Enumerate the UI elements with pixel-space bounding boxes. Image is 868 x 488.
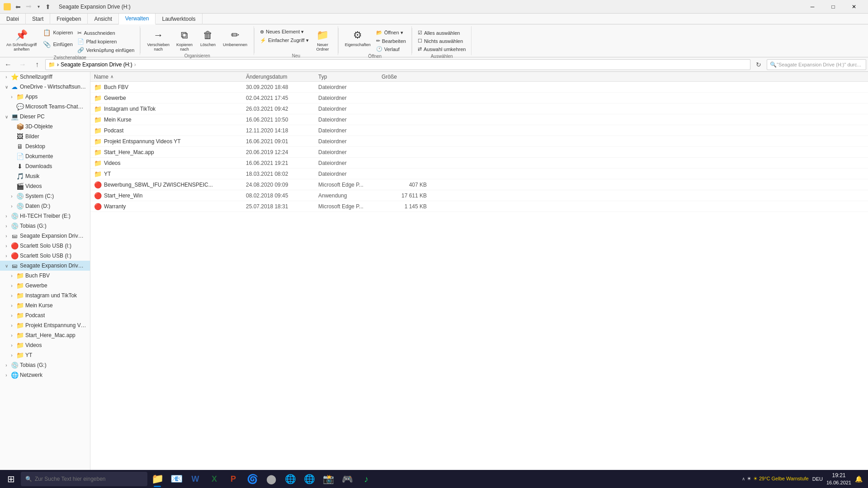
copy-to-btn[interactable]: ⧉ Kopierennach (173, 27, 196, 52)
table-row[interactable]: 📁 Videos 16.06.2021 19:21 Dateiordner (90, 158, 868, 169)
sidebar-item-instagram[interactable]: › 📁 Instagram und TikTok (0, 291, 90, 300)
sidebar-item-desktop[interactable]: › 🖥 Desktop (0, 141, 90, 151)
table-row[interactable]: 📁 Buch FBV 30.09.2020 18:48 Dateiordner (90, 82, 868, 93)
sidebar-item-hitec[interactable]: › 💿 HI-TECH Treiber (E:) (0, 211, 90, 221)
sidebar-item-buchfbv[interactable]: › 📁 Buch FBV (0, 271, 90, 281)
table-row[interactable]: 📁 YT 18.03.2021 08:02 Dateiordner (90, 169, 868, 179)
breadcrumb-current[interactable]: Seagate Expansion Drive (H:) (61, 61, 132, 68)
forward-btn[interactable]: ⮕ (24, 1, 34, 12)
sidebar-item-tobiasg[interactable]: › 💿 Tobias (G:) (0, 221, 90, 231)
taskbar-app-mail[interactable]: 📧 (167, 470, 185, 488)
sidebar-item-systemc[interactable]: › 💿 System (C:) (0, 191, 90, 201)
delete-btn[interactable]: 🗑 Löschen (197, 27, 219, 48)
col-header-type[interactable]: Typ (318, 74, 382, 80)
sidebar-item-gewerbe[interactable]: › 📁 Gewerbe (0, 281, 90, 291)
sidebar-item-teams[interactable]: › 💬 Microsoft Teams-Chatdatei (0, 102, 90, 112)
col-header-size[interactable]: Größe (382, 74, 427, 80)
quick-access-toggle-btn[interactable]: ⚡ Einfacher Zugriff ▾ (258, 37, 311, 44)
copy-path-btn[interactable]: 📄 Pfad kopieren (75, 38, 136, 46)
up-btn[interactable]: ⬆ (42, 1, 53, 12)
taskbar-search[interactable]: 🔍 (21, 472, 147, 486)
back-button[interactable]: ← (2, 58, 14, 71)
sidebar-item-datend[interactable]: › 💿 Daten (D:) (0, 201, 90, 211)
taskbar-app-camera[interactable]: 📸 (319, 470, 337, 488)
sidebar-item-3dobjects[interactable]: › 📦 3D-Objekte (0, 122, 90, 131)
rename-btn[interactable]: ✏ Umbenennen (220, 27, 250, 48)
maximize-button[interactable]: □ (823, 0, 844, 14)
taskbar-app-edge[interactable]: 🌐 (300, 470, 318, 488)
paste-btn[interactable]: 📎 Einfügen (40, 39, 75, 50)
notification-area[interactable]: 🔔 (855, 475, 863, 483)
table-row[interactable]: 🔴 Bewerbung_SBWL_IFU ZWISCHENSPEIC... 24… (90, 179, 868, 190)
sidebar-item-dokumente[interactable]: › 📄 Dokumente (0, 151, 90, 161)
sidebar-item-projekt[interactable]: › 📁 Projekt Entspannung Video (0, 320, 90, 330)
sidebar-item-scarlett1[interactable]: › 🔴 Scarlett Solo USB (I:) (0, 241, 90, 251)
tray-arrow[interactable]: ∧ (742, 476, 745, 481)
start-button[interactable]: ⊞ (2, 470, 20, 488)
cut-btn[interactable]: ✂ Ausschneiden (75, 29, 136, 37)
tab-freigeben[interactable]: Freigeben (50, 14, 88, 24)
select-all-btn[interactable]: ☑ Alles auswählen (416, 29, 468, 37)
taskbar-app-word[interactable]: W (186, 470, 204, 488)
address-path[interactable]: 📁 › Seagate Expansion Drive (H:) › (45, 59, 750, 70)
sidebar-item-starthereapp[interactable]: › 📁 Start_Here_Mac.app (0, 330, 90, 340)
sidebar-item-scarlett2[interactable]: › 🔴 Scarlett Solo USB (I:) (0, 251, 90, 261)
close-button[interactable]: ✕ (844, 0, 864, 14)
taskbar-app-spotify[interactable]: ♪ (357, 470, 375, 488)
col-header-date[interactable]: Änderungsdatum (246, 74, 318, 80)
tab-start[interactable]: Start (26, 14, 50, 24)
sidebar-item-thispc[interactable]: ∨ 💻 Dieser PC (0, 112, 90, 122)
sidebar-item-apps[interactable]: › 📁 Apps (0, 92, 90, 102)
language-indicator[interactable]: DEU (812, 476, 823, 482)
taskbar-app-ppt[interactable]: P (224, 470, 242, 488)
quick-access-btn[interactable]: ⬅ (13, 1, 24, 12)
system-tray[interactable]: ∧ ☀ ☀ 29°C Gelbe Warnstufe (742, 476, 809, 482)
tab-verwalten[interactable]: Verwalten (119, 14, 156, 24)
table-row[interactable]: 🔴 Warranty 25.07.2018 18:31 Microsoft Ed… (90, 201, 868, 212)
tab-datei[interactable]: Datei (0, 14, 26, 24)
history-btn[interactable]: 🕐 Verlauf (374, 45, 408, 53)
properties-btn[interactable]: ⚙ Eigenschaften (342, 27, 373, 48)
new-element-btn[interactable]: ⊕ Neues Element ▾ (258, 28, 311, 36)
open-btn[interactable]: 📂 Öffnen ▾ (374, 29, 408, 37)
sidebar-item-videos[interactable]: › 🎬 Videos (0, 181, 90, 191)
sidebar-item-meinkurse[interactable]: › 📁 Mein Kurse (0, 300, 90, 310)
new-folder-btn[interactable]: 📁 NeuerOrdner (311, 27, 334, 52)
forward-button[interactable]: → (16, 58, 29, 71)
search-box[interactable]: 🔍 "Seagate Expansion Drive (H:)" durc... (767, 59, 866, 70)
shortcut-btn[interactable]: 🔗 Verknüpfung einfügen (75, 46, 136, 54)
taskbar-app-excel[interactable]: X (205, 470, 223, 488)
minimize-button[interactable]: ─ (802, 0, 823, 14)
taskbar-app-app5[interactable]: 🌀 (243, 470, 261, 488)
table-row[interactable]: 📁 Mein Kurse 16.06.2021 10:50 Dateiordne… (90, 114, 868, 125)
table-row[interactable]: 📁 Podcast 12.11.2020 14:18 Dateiordner (90, 125, 868, 136)
taskbar-search-input[interactable] (35, 476, 143, 482)
col-header-name[interactable]: Name ∧ (92, 74, 246, 80)
taskbar-app-explorer[interactable]: 📁 (148, 470, 166, 488)
move-btn[interactable]: → Verschiebennach (144, 27, 172, 52)
taskbar-time[interactable]: 19:21 16.06.2021 (826, 472, 851, 486)
sidebar-item-yt[interactable]: › 📁 YT (0, 350, 90, 360)
table-row[interactable]: 🔴 Start_Here_Win 08.02.2018 09:45 Anwend… (90, 190, 868, 201)
edit-btn[interactable]: ✏ Bearbeiten (374, 37, 408, 45)
taskbar-app-gaming[interactable]: 🎮 (338, 470, 356, 488)
invert-select-btn[interactable]: ⇄ Auswahl umkehren (416, 45, 468, 53)
sidebar-item-bilder[interactable]: › 🖼 Bilder (0, 131, 90, 141)
tab-ansicht[interactable]: Ansicht (88, 14, 118, 24)
copy-btn[interactable]: 📋 Kopieren (40, 27, 75, 38)
sidebar-item-seagate-expanded[interactable]: ∨ 🖴 Seagate Expansion Drive (H:) (0, 261, 90, 271)
sidebar-item-musik[interactable]: › 🎵 Musik (0, 171, 90, 181)
sidebar-item-podcast[interactable]: › 📁 Podcast (0, 310, 90, 320)
select-none-btn[interactable]: ☐ Nichts auswählen (416, 37, 468, 45)
pin-btn[interactable]: 📌 An Schnellzugriffanheften (4, 27, 39, 52)
table-row[interactable]: 📁 Start_Here_Mac.app 20.06.2019 12:24 Da… (90, 147, 868, 158)
up-button[interactable]: ↑ (31, 58, 43, 71)
sidebar-item-tobias2[interactable]: › 💿 Tobias (G:) (0, 360, 90, 370)
refresh-button[interactable]: ↻ (752, 58, 765, 71)
sidebar-item-seagate-h[interactable]: › 🖴 Seagate Expansion Drive (H: (0, 231, 90, 241)
tab-laufwerktools[interactable]: Laufwerktools (156, 14, 202, 24)
down-btn[interactable]: ▾ (34, 1, 42, 12)
sidebar-item-schnellzugriff[interactable]: › ⭐ Schnellzugriff (0, 72, 90, 82)
taskbar-app-chrome[interactable]: 🌐 (281, 470, 299, 488)
table-row[interactable]: 📁 Instagram und TikTok 26.03.2021 09:42 … (90, 103, 868, 114)
